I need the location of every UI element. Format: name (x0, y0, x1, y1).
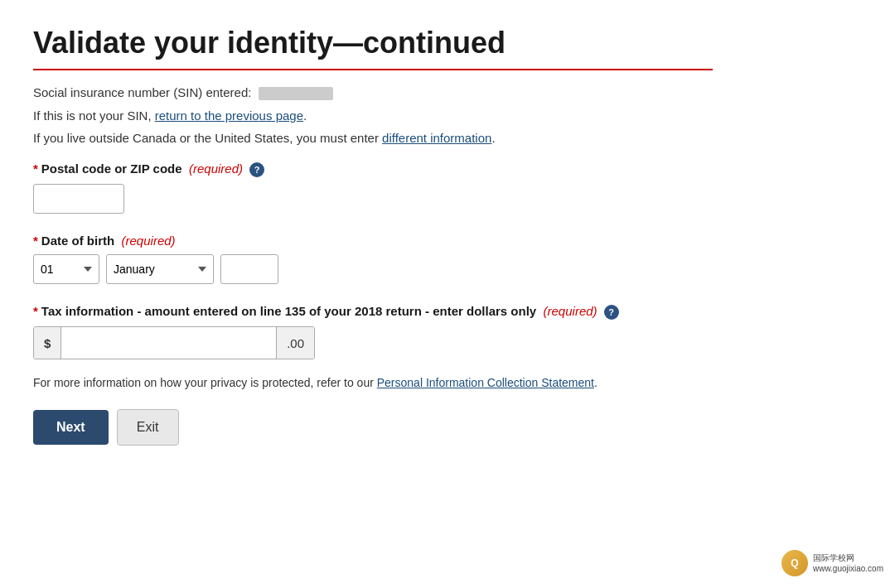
cents-suffix: .00 (276, 327, 314, 359)
dob-month-select[interactable]: January February March April May June Ju… (106, 254, 214, 284)
dob-required-asterisk: * (33, 234, 38, 248)
dob-required-text: (required) (118, 234, 175, 248)
postal-code-label: *Postal code or ZIP code (required) ? (33, 161, 713, 177)
dob-label: *Date of birth (required) (33, 234, 713, 248)
sin-display-line: Social insurance number (SIN) entered: (33, 85, 713, 100)
exit-button[interactable]: Exit (117, 409, 179, 446)
outside-prefix-text: If you live outside Canada or the United… (33, 131, 382, 145)
tax-information-section: *Tax information - amount entered on lin… (33, 304, 713, 359)
outside-canada-line: If you live outside Canada or the United… (33, 131, 713, 145)
privacy-suffix-text: . (594, 376, 597, 389)
dollar-sign-prefix: $ (34, 327, 61, 359)
tax-input-wrapper: $ .00 (33, 326, 315, 359)
tax-help-icon[interactable]: ? (604, 305, 619, 320)
postal-required-asterisk: * (33, 161, 38, 176)
tax-required-asterisk: * (33, 304, 38, 318)
sin-label: Social insurance number (SIN) entered: (33, 85, 251, 99)
dob-day-select[interactable]: 01 02 03 04 05 06 07 08 09 10 11 12 13 1… (33, 254, 99, 284)
privacy-prefix-text: For more information on how your privacy… (33, 376, 377, 389)
dob-fields-row: 01 02 03 04 05 06 07 08 09 10 11 12 13 1… (33, 254, 713, 284)
different-information-link[interactable]: different information (382, 131, 491, 145)
date-of-birth-section: *Date of birth (required) 01 02 03 04 05… (33, 234, 713, 284)
tax-label-text: Tax information - amount entered on line… (41, 304, 536, 318)
dob-year-input[interactable] (220, 254, 278, 284)
return-prefix-text: If this is not your SIN, (33, 108, 155, 123)
return-to-previous-link[interactable]: return to the previous page (155, 108, 303, 123)
page-title: Validate your identity—continued (33, 25, 713, 60)
privacy-statement-link[interactable]: Personal Information Collection Statemen… (377, 376, 594, 389)
postal-code-section: *Postal code or ZIP code (required) ? (33, 161, 713, 214)
watermark-icon: Q (781, 550, 808, 576)
tax-amount-input[interactable] (61, 327, 276, 359)
buttons-row: Next Exit (33, 409, 713, 446)
outside-suffix-text: . (491, 131, 495, 145)
tax-label: *Tax information - amount entered on lin… (33, 304, 713, 320)
sin-value-masked (259, 87, 333, 100)
title-divider (33, 69, 713, 70)
watermark-text: 国际学校网 www.guojixiao.com (813, 552, 883, 574)
return-suffix-text: . (303, 108, 307, 123)
postal-help-icon[interactable]: ? (249, 162, 264, 177)
next-button[interactable]: Next (33, 410, 109, 445)
tax-required-text: (required) (539, 304, 597, 318)
postal-required-text: (required) (186, 161, 243, 176)
watermark: Q 国际学校网 www.guojixiao.com (781, 550, 883, 576)
dob-label-text: Date of birth (41, 234, 114, 248)
postal-label-text: Postal code or ZIP code (41, 161, 182, 176)
privacy-line: For more information on how your privacy… (33, 376, 713, 389)
return-link-line: If this is not your SIN, return to the p… (33, 108, 713, 123)
postal-code-input[interactable] (33, 184, 124, 214)
